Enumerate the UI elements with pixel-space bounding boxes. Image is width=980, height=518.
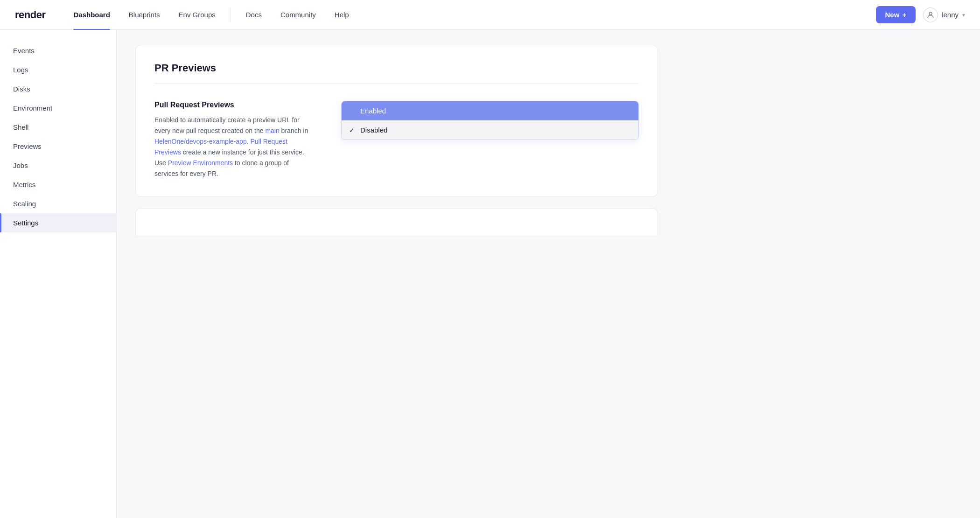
sidebar-item-disks[interactable]: Disks: [0, 79, 116, 98]
disabled-check: ✓: [349, 126, 357, 134]
new-button[interactable]: New +: [876, 6, 916, 23]
pr-dropdown-menu[interactable]: Enabled ✓ Disabled: [341, 101, 639, 140]
sidebar-item-metrics[interactable]: Metrics: [0, 175, 116, 194]
card-title: PR Previews: [154, 62, 639, 84]
nav-divider: [231, 7, 231, 22]
sidebar-item-settings[interactable]: Settings: [0, 213, 116, 232]
sidebar-item-jobs[interactable]: Jobs: [0, 156, 116, 175]
logo[interactable]: render: [15, 9, 45, 21]
svg-point-0: [929, 12, 932, 15]
chevron-down-icon: ▾: [962, 12, 965, 18]
sidebar-item-scaling[interactable]: Scaling: [0, 194, 116, 213]
disabled-label: Disabled: [360, 126, 387, 134]
page-layout: Events Logs Disks Environment Shell Prev…: [0, 30, 980, 518]
sidebar: Events Logs Disks Environment Shell Prev…: [0, 30, 117, 518]
pr-section: Pull Request Previews Enabled to automat…: [154, 95, 639, 180]
enabled-label: Enabled: [360, 107, 386, 115]
nav-dashboard[interactable]: Dashboard: [64, 0, 119, 30]
main-nav: Dashboard Blueprints Env Groups Docs Com…: [64, 0, 358, 30]
dropdown-option-disabled[interactable]: ✓ Disabled: [342, 120, 638, 140]
sidebar-item-events[interactable]: Events: [0, 41, 116, 60]
nav-community[interactable]: Community: [271, 0, 325, 30]
sidebar-item-shell[interactable]: Shell: [0, 118, 116, 137]
user-avatar-icon: [923, 7, 938, 22]
pr-previews-card: PR Previews Pull Request Previews Enable…: [135, 45, 658, 197]
nav-env-groups[interactable]: Env Groups: [169, 0, 225, 30]
nav-help[interactable]: Help: [325, 0, 358, 30]
second-card-partial: [135, 208, 658, 236]
sidebar-item-previews[interactable]: Previews: [0, 137, 116, 156]
enabled-check: [349, 107, 357, 115]
dropdown-option-enabled[interactable]: Enabled: [342, 101, 638, 120]
pr-section-heading: Pull Request Previews: [154, 101, 313, 109]
link-repo[interactable]: HelenOne/devops-example-app: [154, 138, 247, 145]
nav-docs[interactable]: Docs: [237, 0, 271, 30]
user-menu[interactable]: lenny ▾: [923, 7, 965, 22]
pr-controls: Enabled ✓ Disabled Cancel Save changes: [341, 101, 639, 180]
plus-icon: +: [902, 11, 906, 19]
nav-blueprints[interactable]: Blueprints: [119, 0, 169, 30]
link-preview-environments[interactable]: Preview Environments: [168, 159, 233, 167]
header-right: New + lenny ▾: [876, 6, 965, 23]
pr-section-body: Enabled to automatically create a previe…: [154, 115, 313, 180]
header: render Dashboard Blueprints Env Groups D…: [0, 0, 980, 30]
main-content: PR Previews Pull Request Previews Enable…: [117, 30, 677, 518]
sidebar-item-logs[interactable]: Logs: [0, 60, 116, 79]
user-name-label: lenny: [942, 11, 959, 19]
link-main-branch[interactable]: main: [265, 127, 279, 134]
sidebar-item-environment[interactable]: Environment: [0, 98, 116, 118]
pr-description: Pull Request Previews Enabled to automat…: [154, 101, 313, 180]
